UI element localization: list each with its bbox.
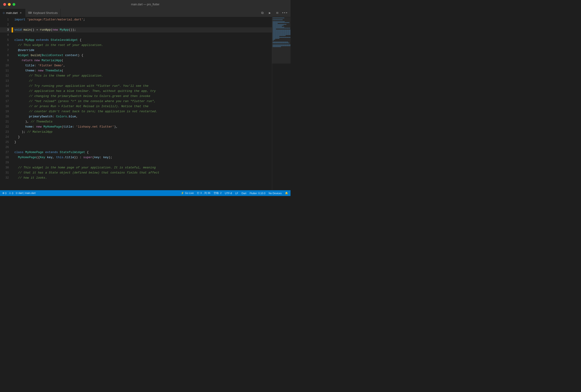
tab-main-dart[interactable]: ◇ main.dart ✕ <box>0 9 25 17</box>
table-row: 28 MyHomePage({Key key, this.title}) : s… <box>0 155 272 160</box>
dart-file-icon: ◇ <box>3 11 5 14</box>
table-row: 29 <box>0 160 272 165</box>
encoding-info[interactable]: UTF-8 <box>225 192 232 195</box>
code-container[interactable]: 1 import 'package:flutter/material.dart'… <box>0 17 272 190</box>
table-row: 17 // "hot reload" (press "r" in the con… <box>0 99 272 104</box>
table-row: 30 // This widget is the home page of yo… <box>0 165 272 170</box>
status-bar: ⊗ 0 ⚠ 0 ⊙ dart | main.dart ⚡ Go Live 行 3… <box>0 190 290 196</box>
table-row: 3 void main() ⇒ runApp(new MyApp()); <box>0 27 272 32</box>
table-row: 2 <box>0 22 272 27</box>
table-row: 14 // Try running your application with … <box>0 83 272 89</box>
code-lines: 1 import 'package:flutter/material.dart'… <box>0 17 272 181</box>
tab-bar-actions: ⧉ ▶ ⊟ ••• <box>260 10 290 15</box>
table-row: 8 Widget build(BuildContext context) { <box>0 53 272 58</box>
tab-keyboard-shortcuts-label: Keyboard Shortcuts <box>33 11 58 15</box>
table-row: 1 import 'package:flutter/material.dart'… <box>0 17 272 22</box>
indentation-info[interactable]: 空格: 2 <box>214 191 222 195</box>
status-bar-left: ⊗ 0 ⚠ 0 ⊙ dart | main.dart <box>2 192 36 195</box>
flutter-sdk-info[interactable]: Flutter: 0.10.0 <box>250 192 266 195</box>
table-row: 31 // that it has a State object (define… <box>0 170 272 175</box>
warning-icon: ⚠ <box>9 192 11 195</box>
table-row: 22 home: new MyHomePage(title: 'lishaoy.… <box>0 124 272 129</box>
editor-area: 1 import 'package:flutter/material.dart'… <box>0 17 290 190</box>
table-row: 12 // This is the theme of your applicat… <box>0 73 272 78</box>
bell-icon[interactable]: 🔔 <box>285 192 288 195</box>
error-icon: ⊗ <box>2 192 4 195</box>
keyboard-icon: ⌨ <box>28 11 32 14</box>
minimap: ████████████████████████████ ███████████… <box>272 17 290 190</box>
table-row: 11 theme: new ThemeData( <box>0 68 272 73</box>
table-row: 32 // how it looks. <box>0 175 272 181</box>
table-row: 27 class MyHomePage extends StatefulWidg… <box>0 150 272 155</box>
language-mode[interactable]: Dart <box>242 192 246 195</box>
traffic-lights <box>0 3 18 6</box>
table-row: 4 <box>0 32 272 37</box>
table-row: 9 return new MaterialApp( <box>0 58 272 63</box>
table-row: 10 title: 'Flutter Demo', <box>0 63 272 68</box>
table-row: 26 <box>0 145 272 150</box>
table-row: 15 // application has a blue toolbar. Th… <box>0 89 272 94</box>
run-button[interactable]: ▶ <box>267 10 272 15</box>
tab-bar: ◇ main.dart ✕ ⌨ Keyboard Shortcuts ⧉ ▶ ⊟… <box>0 9 290 17</box>
devices-info[interactable]: No Devices <box>269 192 282 195</box>
cursor-position[interactable]: 行 3，列 36 <box>197 191 210 195</box>
table-row: 7 @override <box>0 48 272 53</box>
table-row: 13 // <box>0 78 272 83</box>
warning-count[interactable]: ⚠ 0 <box>9 192 13 195</box>
table-row: 25 } <box>0 140 272 145</box>
line-ending-info[interactable]: LF <box>235 192 238 195</box>
go-live-button[interactable]: ⚡ Go Live <box>181 192 194 195</box>
table-row: 16 // changing the primarySwatch below t… <box>0 94 272 99</box>
table-row: 6 // This widget is the root of your app… <box>0 43 272 48</box>
table-row: 21 ), // ThemeData <box>0 119 272 124</box>
more-actions-button[interactable]: ••• <box>282 10 287 15</box>
minimap-content: ████████████████████████████ ███████████… <box>272 17 290 190</box>
go-to-definition-btn[interactable]: ⧉ <box>260 10 265 15</box>
tab-close-button[interactable]: ✕ <box>19 11 22 15</box>
layout-button[interactable]: ⊟ <box>275 10 280 15</box>
minimize-button[interactable] <box>8 3 11 6</box>
error-count[interactable]: ⊗ 0 <box>2 192 6 195</box>
close-button[interactable] <box>3 3 6 6</box>
tab-main-dart-label: main.dart <box>6 11 18 15</box>
tab-keyboard-shortcuts[interactable]: ⌨ Keyboard Shortcuts <box>25 9 60 17</box>
table-row: 23 ); // MaterialApp <box>0 129 272 135</box>
table-row: 5 class MyApp extends StatelessWidget { <box>0 37 272 43</box>
maximize-button[interactable] <box>12 3 15 6</box>
table-row: 24 } <box>0 135 272 140</box>
title-bar: main.dart — pro_flutter <box>0 0 290 9</box>
git-info[interactable]: ⊙ dart | main.dart <box>16 192 36 195</box>
table-row: 19 // counter didn't reset back to zero;… <box>0 109 272 114</box>
window-title: main.dart — pro_flutter <box>131 3 160 6</box>
status-bar-right: ⚡ Go Live 行 3，列 36 空格: 2 UTF-8 LF Dart F… <box>181 191 288 195</box>
table-row: 20 primarySwatch: Colors.blue, <box>0 114 272 119</box>
git-icon: ⊙ <box>16 192 18 194</box>
table-row: 18 // or press Run > Flutter Hot Reload … <box>0 104 272 109</box>
